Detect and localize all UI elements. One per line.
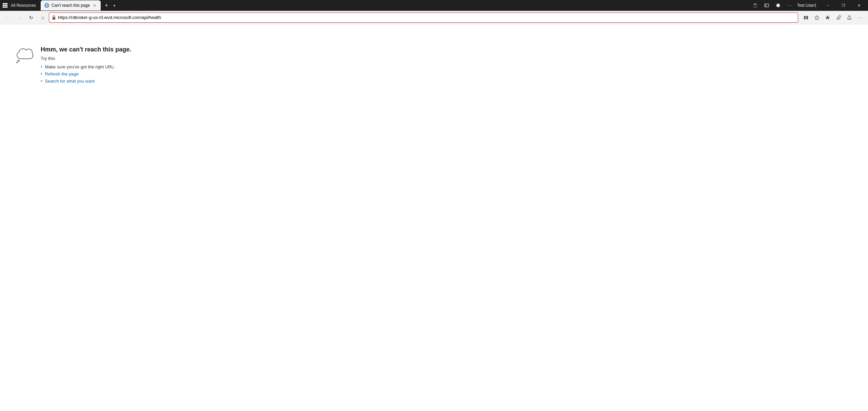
- search-link[interactable]: Search for what you want: [45, 79, 95, 84]
- svg-rect-0: [3, 3, 4, 4]
- error-text: Hmm, we can't reach this page. Try this …: [41, 46, 236, 86]
- svg-point-21: [17, 62, 18, 63]
- active-tab[interactable]: Can't reach this page ✕: [41, 0, 101, 10]
- extensions-button[interactable]: [750, 2, 761, 9]
- svg-rect-6: [3, 6, 4, 8]
- title-bar-right: ··· Test User1 − ❐ ✕: [750, 0, 867, 11]
- new-tab-button[interactable]: +: [102, 1, 111, 10]
- title-bar-left: All Resources Can't reach this page ✕ + …: [1, 0, 750, 11]
- refresh-button[interactable]: ↻: [26, 12, 37, 23]
- tab-favicon: [44, 3, 49, 8]
- tab-dropdown-button[interactable]: ▾: [111, 2, 118, 9]
- user-label: Test User1: [797, 3, 816, 8]
- svg-rect-14: [53, 17, 55, 20]
- svg-rect-7: [4, 6, 6, 8]
- svg-rect-4: [4, 5, 6, 6]
- refresh-page-link[interactable]: Refresh the page: [45, 71, 79, 77]
- error-list: Make sure you've got the right URL: Refr…: [41, 64, 236, 84]
- forward-button[interactable]: →: [14, 12, 25, 23]
- favorites-bar-button[interactable]: [823, 13, 833, 23]
- close-button[interactable]: ✕: [851, 0, 867, 11]
- svg-rect-16: [806, 16, 808, 19]
- tab-title: Can't reach this page: [52, 3, 90, 8]
- svg-rect-2: [6, 3, 7, 4]
- share-button[interactable]: [844, 13, 854, 23]
- waffle-icon[interactable]: [1, 2, 9, 9]
- home-button[interactable]: ⌂: [37, 12, 48, 23]
- window-controls: − ❐ ✕: [820, 0, 867, 11]
- address-input[interactable]: [58, 15, 795, 20]
- svg-rect-3: [3, 5, 4, 6]
- svg-rect-15: [804, 16, 806, 19]
- cloud-icon-wrap: [15, 46, 35, 63]
- lock-icon: [52, 15, 56, 20]
- page-content: Hmm, we can't reach this page. Try this …: [0, 24, 868, 411]
- back-button[interactable]: ←: [3, 12, 14, 23]
- tab-close-button[interactable]: ✕: [92, 3, 97, 8]
- svg-rect-8: [6, 6, 7, 8]
- error-try-label: Try this: [41, 56, 236, 61]
- tab-bar: Can't reach this page ✕ + ▾: [41, 0, 118, 11]
- svg-rect-5: [6, 5, 7, 6]
- error-heading: Hmm, we can't reach this page.: [41, 46, 236, 53]
- app-label: All Resources: [11, 3, 36, 8]
- error-list-item-2: Refresh the page: [41, 71, 236, 77]
- notes-button[interactable]: [833, 13, 844, 23]
- nav-bar: ← → ↻ ⌂: [0, 11, 868, 24]
- address-bar[interactable]: [49, 13, 798, 23]
- error-list-item-3: Search for what you want: [41, 79, 236, 84]
- svg-marker-18: [825, 15, 830, 20]
- settings-button[interactable]: [773, 2, 784, 9]
- error-list-item-1: Make sure you've got the right URL:: [41, 64, 236, 69]
- more-button[interactable]: ···: [784, 2, 795, 9]
- svg-rect-1: [4, 3, 6, 4]
- more-tools-button[interactable]: ···: [855, 13, 865, 23]
- nav-right-icons: ···: [801, 13, 865, 23]
- reading-view-button[interactable]: [801, 13, 811, 23]
- restore-button[interactable]: ❐: [835, 0, 851, 11]
- favorites-button[interactable]: [812, 13, 822, 23]
- svg-point-20: [18, 60, 19, 62]
- minimize-button[interactable]: −: [820, 0, 835, 11]
- title-bar: All Resources Can't reach this page ✕ + …: [0, 0, 868, 11]
- svg-rect-12: [765, 4, 769, 7]
- svg-marker-17: [815, 16, 819, 20]
- sidebar-toggle-button[interactable]: [761, 2, 772, 9]
- error-container: Hmm, we can't reach this page. Try this …: [7, 38, 244, 94]
- cloud-icon: [15, 48, 35, 63]
